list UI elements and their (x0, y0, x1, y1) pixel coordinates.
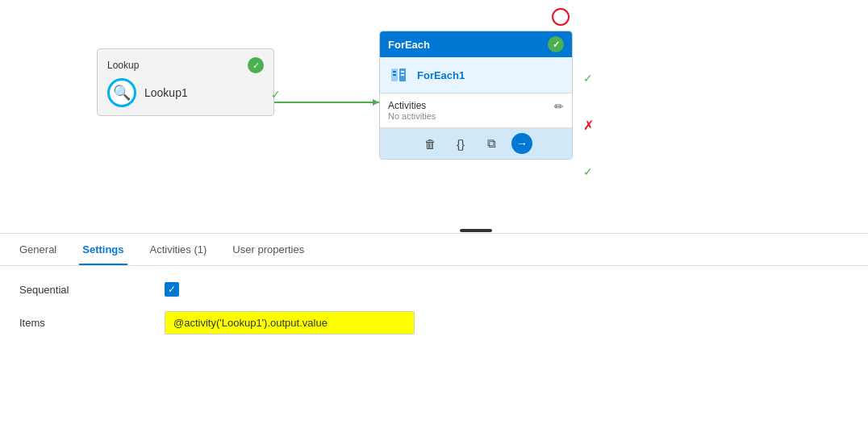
svg-marker-1 (373, 99, 379, 106)
svg-rect-5 (393, 74, 396, 76)
activities-edit-icon[interactable]: ✏ (554, 100, 564, 113)
activities-section: Activities No activities ✏ (380, 93, 572, 128)
tab-settings[interactable]: Settings (79, 234, 127, 265)
foreach-side-check-green[interactable]: ✓ (580, 70, 596, 86)
lookup-title-bar: Lookup ✓ (107, 57, 264, 73)
go-button[interactable]: → (511, 133, 532, 154)
code-button[interactable]: {} (450, 133, 471, 154)
tab-user-properties[interactable]: User properties (229, 234, 307, 265)
canvas-area: Lookup ✓ 🔍 Lookup1 ✓ ForEach ✓ (0, 0, 868, 234)
svg-rect-4 (393, 71, 396, 73)
tab-activities[interactable]: Activities (1) (147, 234, 211, 265)
sequential-label: Sequential (19, 284, 148, 296)
bottom-panel: General Settings Activities (1) User pro… (0, 234, 868, 365)
lookup-title-label: Lookup (107, 60, 139, 71)
foreach-side-icons: ✓ ✗ ✓ (580, 70, 596, 180)
activities-sub-label: No activities (388, 111, 436, 121)
items-label: Items (19, 317, 148, 329)
foreach-header: ForEach ✓ (380, 31, 572, 57)
items-input-field[interactable]: @activity('Lookup1').output.value (165, 311, 415, 335)
foreach-node[interactable]: ForEach ✓ ForEach1 Activities (379, 31, 573, 160)
lookup-body: 🔍 Lookup1 (107, 78, 264, 107)
items-row: Items @activity('Lookup1').output.value (19, 311, 849, 335)
activities-label: Activities (388, 100, 436, 111)
foreach-icon (388, 64, 411, 86)
lookup-search-icon: 🔍 (107, 78, 136, 107)
settings-content: Sequential ✓ Items @activity('Lookup1').… (0, 266, 868, 365)
lookup-node[interactable]: Lookup ✓ 🔍 Lookup1 (97, 48, 274, 116)
copy-button[interactable]: ⧉ (481, 133, 502, 154)
divider-bar (460, 229, 492, 232)
tabs-bar: General Settings Activities (1) User pro… (0, 234, 868, 266)
svg-rect-6 (401, 71, 404, 73)
connector-line (274, 98, 387, 106)
foreach-header-label: ForEach (388, 39, 430, 51)
sequential-value: ✓ (165, 282, 179, 297)
lookup-check-icon: ✓ (248, 57, 264, 73)
delete-button[interactable]: 🗑 (419, 133, 440, 154)
foreach-actions-bar: 🗑 {} ⧉ → (380, 128, 572, 159)
tab-general[interactable]: General (16, 234, 60, 265)
lookup-name-label: Lookup1 (144, 86, 188, 99)
foreach-side-check-red[interactable]: ✗ (580, 117, 596, 133)
connector-arrow (274, 95, 387, 110)
svg-rect-7 (401, 74, 404, 76)
foreach-header-check: ✓ (548, 36, 564, 52)
foreach-side-check-green2[interactable]: ✓ (580, 164, 596, 180)
foreach-subheader: ForEach1 (380, 57, 572, 93)
foreach-name-label: ForEach1 (417, 69, 465, 81)
sequential-row: Sequential ✓ (19, 282, 849, 297)
items-value: @activity('Lookup1').output.value (165, 311, 415, 335)
sequential-checkbox[interactable]: ✓ (165, 282, 179, 297)
top-start-circle (552, 8, 570, 26)
